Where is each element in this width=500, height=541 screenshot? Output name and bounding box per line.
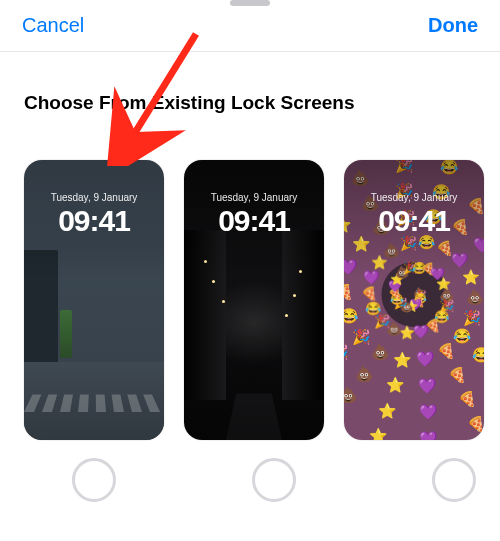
lock-screen-card[interactable]: Tuesday, 9 January 09:41 [184, 160, 324, 440]
select-radio[interactable] [432, 458, 476, 502]
lock-screen-date: Tuesday, 9 January [24, 192, 164, 203]
lock-screen-list: Tuesday, 9 January 09:41 Tuesday, 9 Janu… [24, 160, 476, 440]
lock-screen-time: 09:41 [344, 204, 484, 238]
lock-screen-time: 09:41 [24, 204, 164, 238]
lock-screen-date: Tuesday, 9 January [184, 192, 324, 203]
lock-screen-card[interactable]: Tuesday, 9 January 09:41 [24, 160, 164, 440]
done-button[interactable]: Done [428, 14, 478, 37]
cancel-button[interactable]: Cancel [22, 14, 84, 37]
selection-row [24, 458, 476, 502]
lock-screen-card[interactable]: 💩🎉😂🍕💜⭐💩🎉😂🍕💜⭐💩🎉😂🍕💜⭐💩🎉😂🍕💜⭐💩🎉😂🍕💜⭐💩🎉😂🍕💜⭐💩🎉😂🍕… [344, 160, 484, 440]
content-area: Choose From Existing Lock Screens Tuesda… [0, 52, 500, 502]
select-radio[interactable] [252, 458, 296, 502]
lock-screen-date: Tuesday, 9 January [344, 192, 484, 203]
lock-screen-time: 09:41 [184, 204, 324, 238]
nav-bar: Cancel Done [0, 0, 500, 52]
section-title: Choose From Existing Lock Screens [24, 92, 476, 114]
sheet-grabber[interactable] [230, 0, 270, 6]
select-radio[interactable] [72, 458, 116, 502]
